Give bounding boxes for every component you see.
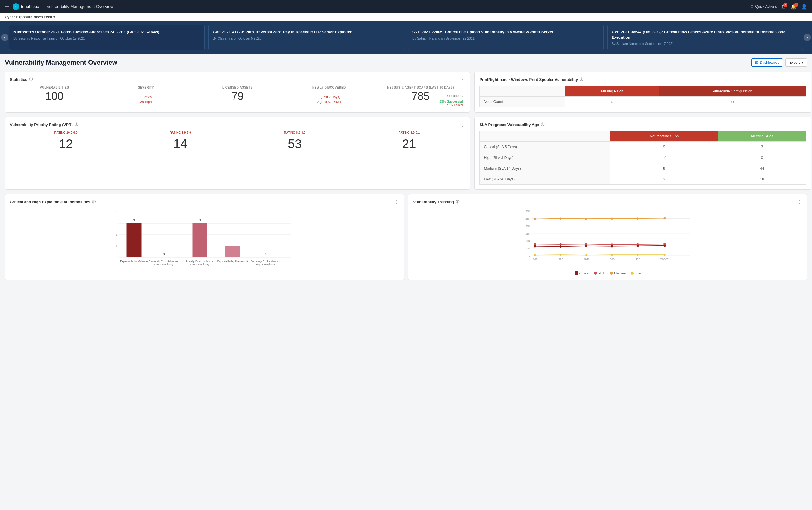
vpr-rating-3: RATING 3.9-0.1 [353,131,465,134]
sla-row-3-nm: 3 [610,174,718,185]
vpr-value-3: 21 [353,137,465,151]
logo-icon: ● [12,3,19,10]
svg-text:0: 0 [163,252,165,256]
svg-point-43 [534,243,536,245]
legend-critical-sq [575,271,578,275]
news-feed-chevron[interactable]: ▾ [53,15,55,19]
sla-table: Not Meeting SLAs Meeting SLAs Critical (… [480,131,806,185]
svg-text:30K: 30K [525,210,530,213]
severity-high: 30 High [102,100,191,103]
svg-text:15K: 15K [525,232,530,235]
svg-text:Remotely Exploitable and: Remotely Exploitable and [250,260,281,263]
line-chart-legend: Critical High Medium Low [413,271,802,275]
statistics-info-icon[interactable]: ⓘ [29,77,33,82]
news-card-2-title: CVE-2021-22005: Critical File Upload Vul… [412,29,599,35]
sla-info-icon[interactable]: ⓘ [541,122,544,127]
legend-high: High [594,271,605,275]
svg-point-60 [664,254,666,256]
bar-1[interactable] [156,257,172,258]
svg-point-53 [637,245,639,247]
svg-point-44 [559,243,562,246]
sla-row-1-nm: 14 [610,152,718,163]
svg-point-39 [585,218,587,220]
bar-0[interactable] [127,223,142,258]
sla-card-header: SLA Progress: Vulnerability Age ⓘ ⋮ [480,122,806,127]
vpr-item-0: RATING 10.0-9.0 12 [10,131,122,151]
logo-text: tenable.io [21,4,39,9]
legend-low-label: Low [635,271,641,275]
sla-more-btn[interactable]: ⋮ [802,122,806,127]
sla-row-0: Critical (SLA 5 Days) 9 3 [480,142,806,152]
newly-label: NEWLY DISCOVERED [285,86,374,89]
top-nav: ☰ ● tenable.io | Vulnerability Managemen… [0,0,812,13]
sla-row-2-m: 44 [718,163,806,174]
svg-text:TODAY: TODAY [661,258,669,261]
sla-row-1: High (SLA 3 Days) 14 0 [480,152,806,163]
svg-point-42 [664,217,666,220]
pn-table: Missing Patch Vulnerable Configuration A… [480,86,806,108]
bell-icon-btn[interactable]: 🔔 1 [790,4,796,9]
sla-card: SLA Progress: Vulnerability Age ⓘ ⋮ Not … [474,117,811,190]
line-chart-more-btn[interactable]: ⋮ [797,199,802,205]
bar-3[interactable] [226,246,240,258]
grid-icon-btn[interactable]: ⊞ 3 [782,4,786,9]
svg-text:5K: 5K [527,247,530,250]
news-card-2[interactable]: CVE-2021-22005: Critical File Upload Vul… [408,25,604,50]
row-1: Statistics ⓘ ⋮ VULNERABILITIES 100 SEVER… [5,71,807,113]
bar-chart-svg: 4 3 2 1 0 3 0 [10,208,399,268]
vpr-grid: RATING 10.0-9.0 12 RATING 8.9-7.0 14 RAT… [10,131,465,151]
pn-more-btn[interactable]: ⋮ [802,77,806,82]
news-card-3[interactable]: CVE-2021-38647 (OMIGOD): Critical Flaw L… [607,25,803,50]
vpr-info-icon[interactable]: ⓘ [75,122,78,127]
nav-page-title: Vulnerability Management Overview [47,4,114,9]
svg-point-37 [534,218,536,220]
statistics-title-text: Statistics [10,77,27,82]
vpr-more-btn[interactable]: ⋮ [460,122,465,127]
logo: ● tenable.io [12,3,39,10]
svg-text:High Complexity: High Complexity [256,263,276,266]
news-prev-btn[interactable]: ‹ [1,34,8,41]
statistics-more-btn[interactable]: ⋮ [460,77,465,82]
svg-point-38 [559,218,562,220]
export-btn[interactable]: Export ▾ [785,58,807,67]
news-cards-container: ‹ Microsoft's October 2021 Patch Tuesday… [0,21,812,54]
svg-point-55 [534,254,536,256]
bar-chart-more-btn[interactable]: ⋮ [394,199,399,205]
quick-actions-btn[interactable]: ⏱ Quick Actions [750,4,777,9]
news-card-3-title: CVE-2021-38647 (OMIGOD): Critical Flaw L… [612,29,799,40]
news-feed-label: Cyber Exposure News Feed ▾ [5,15,55,19]
bar-4[interactable] [258,257,273,258]
bar-chart-title-text: Critical and High Exploitable Vulnerabil… [10,200,90,204]
sla-row-3-label: Low (SLA 90 Days) [480,174,610,185]
svg-text:Exploitable by Framework: Exploitable by Framework [218,260,249,263]
vpr-title: Vulnerability Priority Rating (VPR) ⓘ [10,122,78,127]
quick-actions-label: Quick Actions [755,4,777,9]
pn-card-header: PrintNightmare - Windows Print Spooler V… [480,77,806,82]
vpr-item-1: RATING 8.9-7.0 14 [124,131,236,151]
pn-v11: 0 [565,96,659,107]
vuln-value: 100 [10,91,99,102]
svg-point-52 [611,245,613,247]
hamburger-icon[interactable]: ☰ [5,4,9,9]
bar-2[interactable] [193,223,207,258]
vpr-item-2: RATING 6.9-4.0 53 [239,131,351,151]
dashboards-btn[interactable]: ⊞ Dashboards [751,58,783,67]
legend-low: Low [631,271,641,275]
svg-point-54 [664,244,666,247]
bar-chart-info-icon[interactable]: ⓘ [92,199,95,204]
user-icon-btn[interactable]: 👤 [801,4,807,9]
pn-info-icon[interactable]: ⓘ [580,77,583,82]
news-card-1[interactable]: CVE-2021-41773: Path Traversal Zero-Day … [208,25,404,50]
line-chart-title-text: Vulnerability Trending [413,200,454,204]
news-next-btn[interactable]: › [804,34,811,41]
severity-label: SEVERITY [102,86,191,89]
stat-severity: SEVERITY 3 Critical 30 High [102,86,191,103]
bar-chart-svg-container: 4 3 2 1 0 3 0 [10,208,399,269]
news-card-0[interactable]: Microsoft's October 2021 Patch Tuesday A… [9,25,205,50]
svg-text:-54D: -54D [584,258,589,261]
line-chart-info-icon[interactable]: ⓘ [456,199,459,204]
page-title: Vulnerability Management Overview [5,59,117,66]
statistics-card: Statistics ⓘ ⋮ VULNERABILITIES 100 SEVER… [5,71,470,113]
legend-critical-label: Critical [579,271,589,275]
svg-point-57 [585,254,587,256]
